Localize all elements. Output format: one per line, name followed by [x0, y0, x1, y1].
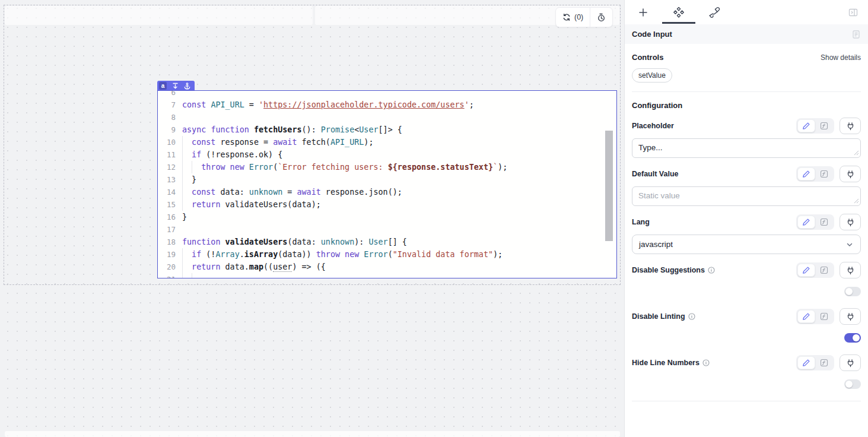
code-text: function validateUsers(data: unknown): U…	[182, 236, 616, 248]
move-down-icon[interactable]	[172, 83, 179, 89]
history-button[interactable]	[590, 8, 612, 27]
refresh-count: (0)	[574, 13, 583, 21]
plug-icon	[846, 122, 855, 131]
hide-line-numbers-static-mode-button[interactable]	[797, 356, 815, 369]
lang-connect-data-button[interactable]	[840, 214, 861, 230]
canvas[interactable]: (0) a	[0, 0, 624, 437]
config-field-disable-suggestions: Disable Suggestions	[632, 262, 861, 296]
disable-linting-expression-mode-button[interactable]	[815, 310, 833, 323]
disable-suggestions-expression-mode-button[interactable]	[815, 264, 833, 277]
placeholder-expression-mode-button[interactable]	[815, 119, 833, 132]
hide-line-numbers-expression-mode-button[interactable]	[815, 356, 833, 369]
plug-icon	[846, 170, 855, 179]
line-number: 13	[158, 173, 182, 186]
show-details-link[interactable]: Show details	[821, 53, 861, 62]
hide-line-numbers-toggle[interactable]	[844, 379, 861, 389]
disable-suggestions-connect-data-button[interactable]	[840, 262, 861, 278]
info-icon[interactable]	[688, 313, 695, 320]
control-chips: setValue	[632, 62, 861, 83]
placeholder-input[interactable]	[632, 138, 861, 158]
fx-icon	[820, 312, 828, 321]
hide-line-numbers-binding-controls	[796, 354, 861, 371]
hide-line-numbers-connect-data-button[interactable]	[840, 354, 861, 371]
controls-section: Controls Show details setValue	[625, 53, 868, 92]
pencil-icon	[802, 170, 810, 178]
line-number: 6	[158, 90, 182, 99]
lang-static-mode-button[interactable]	[797, 216, 815, 229]
code-lines: 67const API_URL = 'https://jsonplacehold…	[158, 90, 616, 278]
info-icon[interactable]	[708, 267, 715, 274]
tab-appearance[interactable]	[708, 6, 721, 19]
fx-icon	[820, 266, 828, 274]
code-line[interactable]: 17	[158, 223, 616, 236]
components-icon	[672, 6, 685, 19]
code-line[interactable]: 11 if (!response.ok) {	[158, 148, 616, 161]
disable-linting-toggle[interactable]	[844, 333, 861, 343]
code-line[interactable]: 13 }	[158, 173, 616, 186]
header-zone-left[interactable]	[5, 6, 313, 25]
control-chip-setValue[interactable]: setValue	[632, 68, 672, 83]
code-text: if (!response.ok) {	[182, 148, 616, 161]
lang-expression-mode-button[interactable]	[815, 216, 833, 229]
line-number: 21	[158, 273, 182, 278]
default-value-input[interactable]	[632, 186, 861, 206]
configuration-title: Configuration	[632, 101, 682, 110]
lang-select[interactable]: javascript	[632, 235, 861, 254]
history-icon	[597, 13, 606, 22]
code-line[interactable]: 8	[158, 111, 616, 124]
section-divider-bottom	[632, 401, 861, 401]
line-number: 8	[158, 111, 182, 124]
code-line[interactable]: 15 return validateUsers(data);	[158, 198, 616, 211]
tab-add-component[interactable]	[637, 6, 650, 19]
code-line[interactable]: 10 const response = await fetch(API_URL)…	[158, 136, 616, 148]
disable-linting-label: Disable Linting	[632, 312, 695, 321]
anchor-icon[interactable]	[184, 83, 190, 90]
placeholder-connect-data-button[interactable]	[840, 118, 861, 134]
configuration-fields: PlaceholderDefault ValueLangjavascriptDi…	[632, 118, 861, 389]
component-tag[interactable]: a	[157, 81, 195, 91]
code-input-component[interactable]: 67const API_URL = 'https://jsonplacehold…	[157, 90, 617, 278]
panel-right-icon	[848, 8, 858, 17]
section-divider	[632, 91, 861, 92]
placeholder-static-mode-button[interactable]	[797, 119, 815, 132]
code-line[interactable]: 14 const data: unknown = await response.…	[158, 186, 616, 198]
collapse-panel-button[interactable]	[847, 6, 860, 19]
code-line[interactable]: 18function validateUsers(data: unknown):…	[158, 236, 616, 248]
default-value-static-mode-button[interactable]	[797, 167, 815, 180]
disable-suggestions-static-mode-button[interactable]	[797, 264, 815, 277]
pencil-icon	[802, 312, 810, 321]
default-value-mode-segmented	[796, 166, 834, 182]
editor-scrollbar-thumb[interactable]	[605, 131, 613, 241]
disable-suggestions-toggle[interactable]	[844, 287, 861, 296]
refresh-button[interactable]: (0)	[556, 8, 590, 27]
default-value-connect-data-button[interactable]	[840, 166, 861, 182]
fx-icon	[820, 170, 828, 178]
refresh-icon	[562, 13, 571, 21]
code-line[interactable]: 6	[158, 90, 616, 99]
code-text: }	[182, 173, 616, 186]
disable-linting-static-mode-button[interactable]	[797, 310, 815, 323]
footer-zone[interactable]	[5, 431, 620, 437]
docs-icon[interactable]	[851, 30, 861, 39]
code-line[interactable]: 9async function fetchUsers(): Promise<Us…	[158, 124, 616, 136]
code-line[interactable]: 7const API_URL = 'https://jsonplaceholde…	[158, 99, 616, 111]
tab-component-properties[interactable]	[672, 6, 685, 19]
placeholder-mode-segmented	[796, 118, 834, 134]
info-icon[interactable]	[702, 359, 710, 366]
default-value-expression-mode-button[interactable]	[815, 167, 833, 180]
disable-linting-mode-segmented	[796, 309, 834, 324]
code-line[interactable]: 12 throw new Error(`Error fetching users…	[158, 161, 616, 173]
code-line[interactable]: 21	[158, 273, 616, 278]
config-field-placeholder: Placeholder	[632, 118, 861, 158]
code-line[interactable]: 19 if (!Array.isArray(data)) throw new E…	[158, 248, 616, 261]
code-text	[182, 111, 616, 124]
line-number: 18	[158, 236, 182, 248]
line-number: 9	[158, 124, 182, 136]
code-line[interactable]: 16}	[158, 211, 616, 223]
code-text: const data: unknown = await response.jso…	[182, 186, 616, 198]
pencil-icon	[802, 359, 810, 367]
line-number: 19	[158, 248, 182, 261]
lang-mode-segmented	[796, 214, 834, 230]
disable-linting-connect-data-button[interactable]	[840, 308, 861, 325]
code-line[interactable]: 20 return data.map((user) => ({	[158, 261, 616, 273]
